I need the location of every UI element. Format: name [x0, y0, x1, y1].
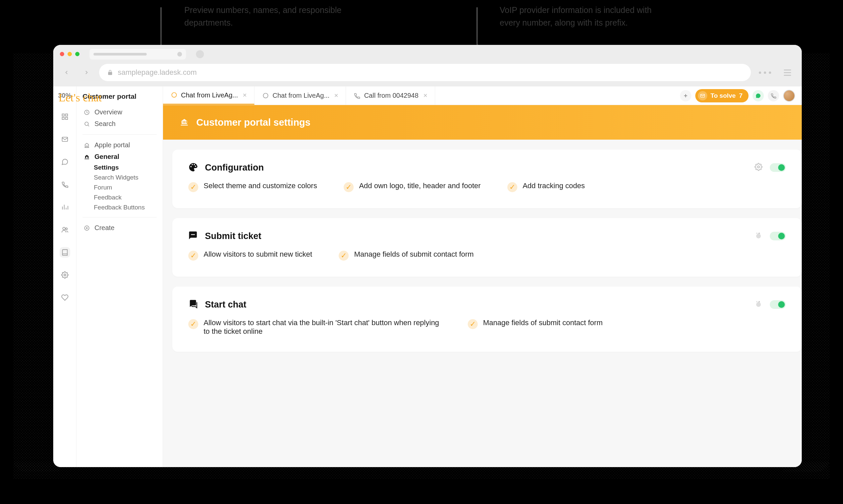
bullet-text: Manage fields of submit contact form	[354, 250, 474, 259]
to-solve-label: To solve	[710, 92, 736, 100]
chat-icon	[262, 92, 269, 100]
main-area: Chat from LiveAg... ✕ Chat from LiveAg..…	[163, 87, 802, 467]
maximize-window-button[interactable]	[75, 52, 80, 56]
sidebar-item-label: Create	[94, 224, 115, 232]
bullet-text: Add tracking codes	[523, 181, 585, 190]
check-icon: ✓	[507, 182, 517, 192]
left-panel: Customer portal Overview Search Apple po…	[76, 87, 163, 467]
minimize-window-button[interactable]	[68, 52, 72, 56]
to-solve-button[interactable]: To solve 7	[695, 89, 749, 102]
tab-close-icon[interactable]	[177, 52, 182, 56]
list-item: ✓ Add tracking codes	[507, 181, 585, 192]
avatar[interactable]	[783, 90, 795, 102]
settings-icon[interactable]	[59, 270, 70, 280]
tab-chat-1[interactable]: Chat from LiveAg... ✕	[163, 87, 254, 105]
sidebar-sub-search-widgets[interactable]: Search Widgets	[83, 173, 157, 182]
mail-icon	[698, 91, 707, 101]
mail-icon[interactable]	[59, 134, 70, 145]
palette-icon	[188, 162, 199, 173]
browser-tab[interactable]	[89, 49, 186, 59]
call-status-button[interactable]	[768, 90, 779, 102]
svg-point-6	[65, 228, 67, 230]
new-ticket-button[interactable]	[680, 90, 691, 102]
list-item: ✓ Manage fields of submit contact form	[339, 250, 474, 260]
chat-bubble-icon	[188, 299, 199, 310]
tab-chat-2[interactable]: Chat from LiveAg... ✕	[254, 87, 346, 105]
sidebar-item-apple-portal[interactable]: Apple portal	[83, 139, 157, 151]
tab-label: Chat from LiveAg...	[181, 91, 238, 99]
ticket-tabs: Chat from LiveAg... ✕ Chat from LiveAg..…	[163, 87, 802, 105]
svg-point-9	[85, 122, 88, 126]
sidebar-sub-feedback[interactable]: Feedback	[83, 193, 157, 202]
check-icon: ✓	[468, 319, 478, 329]
browser-titlebar	[53, 45, 802, 63]
forward-button[interactable]	[79, 65, 94, 80]
tab-placeholder-bar	[93, 53, 147, 55]
divider	[83, 217, 157, 217]
phone-icon[interactable]	[59, 179, 70, 190]
address-bar[interactable]: samplepage.ladesk.com	[99, 64, 751, 81]
knowledge-icon[interactable]	[59, 247, 70, 258]
users-icon[interactable]	[59, 224, 70, 235]
window-controls	[60, 52, 80, 56]
overview-icon	[83, 109, 90, 116]
portal-icon	[180, 118, 190, 127]
url-text: samplepage.ladesk.com	[118, 68, 197, 77]
browser-menu-dots[interactable]	[756, 71, 774, 74]
back-button[interactable]	[59, 65, 74, 80]
check-icon: ✓	[188, 182, 198, 192]
gear-icon[interactable]	[755, 163, 764, 172]
chat-status-button[interactable]	[753, 90, 764, 102]
new-tab-button[interactable]	[196, 50, 204, 58]
style-icon[interactable]	[755, 231, 764, 241]
toggle-start-chat[interactable]	[770, 300, 786, 309]
svg-point-12	[757, 166, 759, 168]
svg-rect-0	[62, 114, 64, 116]
card-title: Start chat	[205, 300, 247, 310]
close-icon[interactable]: ✕	[243, 92, 247, 98]
card-start-chat: Start chat ✓ Allow visitors to start cha…	[172, 287, 802, 352]
sidebar-item-create[interactable]: Create	[83, 222, 157, 234]
bullet-text: Allow visitors to start chat via the bui…	[204, 319, 441, 336]
svg-rect-3	[65, 118, 67, 119]
bullet-text: Manage fields of submit contact form	[483, 319, 603, 327]
bullet-text: Allow visitors to submit new ticket	[204, 250, 312, 259]
plus-circle-icon	[83, 224, 90, 232]
sidebar-sub-forum[interactable]: Forum	[83, 182, 157, 193]
sidebar-item-label: Overview	[94, 108, 122, 116]
chat-icon[interactable]	[59, 157, 70, 167]
app-root: 30%	[53, 87, 802, 467]
check-icon: ✓	[339, 251, 349, 260]
browser-menu-button[interactable]	[779, 70, 796, 76]
card-submit-ticket: Submit ticket ✓ Allow visitors to submit…	[172, 218, 802, 276]
heart-icon[interactable]	[59, 292, 70, 303]
style-icon[interactable]	[755, 300, 764, 309]
sidebar-item-overview[interactable]: Overview	[83, 106, 157, 118]
browser-window: samplepage.ladesk.com Let's chat 30%	[53, 45, 802, 467]
sidebar-item-label: Search	[94, 120, 116, 128]
tab-label: Call from 0042948	[364, 92, 418, 100]
message-icon	[188, 231, 199, 241]
card-title: Submit ticket	[205, 231, 262, 241]
list-item: ✓ Allow visitors to start chat via the b…	[188, 319, 441, 336]
tab-call[interactable]: Call from 0042948 ✕	[346, 87, 435, 105]
toggle-configuration[interactable]	[770, 163, 786, 172]
sidebar-item-general[interactable]: General	[83, 151, 157, 163]
toggle-submit-ticket[interactable]	[770, 232, 786, 240]
list-item: ✓ Manage fields of submit contact form	[468, 319, 603, 336]
mini-sidebar: 30%	[53, 87, 76, 467]
close-window-button[interactable]	[60, 52, 64, 56]
page-banner: Customer portal settings	[163, 105, 802, 140]
analytics-icon[interactable]	[59, 202, 70, 213]
sidebar-sub-feedback-buttons[interactable]: Feedback Buttons	[83, 202, 157, 213]
svg-rect-2	[62, 118, 64, 119]
dashboard-icon[interactable]	[59, 111, 70, 122]
settings-cards: Configuration ✓ Select theme and customi…	[163, 140, 802, 362]
sidebar-sub-settings[interactable]: Settings	[83, 163, 157, 173]
chat-icon	[170, 91, 178, 99]
phone-icon	[353, 92, 361, 100]
portal-icon	[83, 142, 90, 149]
close-icon[interactable]: ✕	[334, 92, 338, 99]
sidebar-item-search[interactable]: Search	[83, 118, 157, 130]
close-icon[interactable]: ✕	[423, 92, 427, 99]
